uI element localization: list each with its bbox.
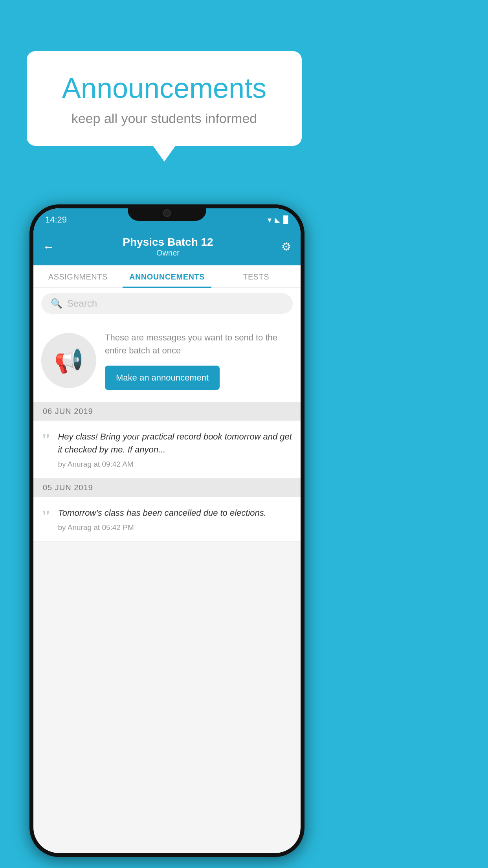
tabs-bar: ASSIGNMENTS ANNOUNCEMENTS TESTS: [33, 265, 301, 288]
date-divider-2: 05 JUN 2019: [33, 478, 301, 497]
search-container: 🔍 Search: [33, 288, 301, 319]
promo-description: These are messages you want to send to t…: [105, 331, 293, 357]
promo-section: 📢 These are messages you want to send to…: [33, 319, 301, 402]
phone-frame: 14:29 ▾ ◣ ▉ ← Physics Batch 12 Owner ⚙: [29, 204, 305, 857]
phone-frame-wrapper: 14:29 ▾ ◣ ▉ ← Physics Batch 12 Owner ⚙: [29, 204, 305, 857]
settings-icon[interactable]: ⚙: [281, 240, 291, 253]
announcement-item-2[interactable]: " Tomorrow's class has been cancelled du…: [33, 497, 301, 542]
make-announcement-button[interactable]: Make an announcement: [105, 366, 220, 390]
announcement-meta-1: by Anurag at 09:42 AM: [58, 460, 293, 469]
announcement-text-group-2: Tomorrow's class has been cancelled due …: [58, 506, 293, 532]
status-time: 14:29: [45, 215, 67, 225]
promo-text-group: These are messages you want to send to t…: [105, 331, 293, 390]
status-icons: ▾ ◣ ▉: [268, 215, 289, 224]
battery-icon: ▉: [283, 215, 289, 224]
announcement-meta-2: by Anurag at 05:42 PM: [58, 523, 293, 532]
search-icon: 🔍: [51, 298, 62, 309]
owner-label: Owner: [123, 248, 213, 257]
announcement-text-group-1: Hey class! Bring your practical record b…: [58, 430, 293, 469]
announcements-title: Announcements: [50, 73, 278, 104]
batch-name: Physics Batch 12: [123, 236, 213, 248]
header-title-group: Physics Batch 12 Owner: [123, 236, 213, 257]
speech-bubble: Announcements keep all your students inf…: [27, 51, 302, 146]
tab-announcements[interactable]: ANNOUNCEMENTS: [123, 265, 212, 287]
phone-screen: 14:29 ▾ ◣ ▉ ← Physics Batch 12 Owner ⚙: [33, 208, 301, 853]
megaphone-icon: 📢: [54, 347, 84, 375]
date-divider-1: 06 JUN 2019: [33, 402, 301, 421]
search-input-wrapper[interactable]: 🔍 Search: [41, 293, 293, 314]
back-button[interactable]: ←: [43, 240, 55, 254]
front-camera: [163, 209, 171, 217]
phone-notch: [128, 204, 206, 221]
quote-icon-1: ": [41, 432, 51, 449]
content-area: 🔍 Search 📢 These are messages you want t…: [33, 288, 301, 542]
search-placeholder: Search: [67, 298, 97, 309]
tab-tests[interactable]: TESTS: [211, 265, 301, 287]
announcement-message-2: Tomorrow's class has been cancelled due …: [58, 506, 293, 519]
app-header: ← Physics Batch 12 Owner ⚙: [33, 229, 301, 265]
announcement-message-1: Hey class! Bring your practical record b…: [58, 430, 293, 456]
signal-icon: ◣: [275, 215, 280, 224]
megaphone-circle: 📢: [41, 333, 96, 388]
announcement-item-1[interactable]: " Hey class! Bring your practical record…: [33, 421, 301, 478]
wifi-icon: ▾: [268, 215, 272, 224]
tab-assignments[interactable]: ASSIGNMENTS: [33, 265, 123, 287]
announcements-subtitle: keep all your students informed: [50, 111, 278, 126]
speech-bubble-section: Announcements keep all your students inf…: [27, 51, 302, 146]
quote-icon-2: ": [41, 508, 51, 525]
